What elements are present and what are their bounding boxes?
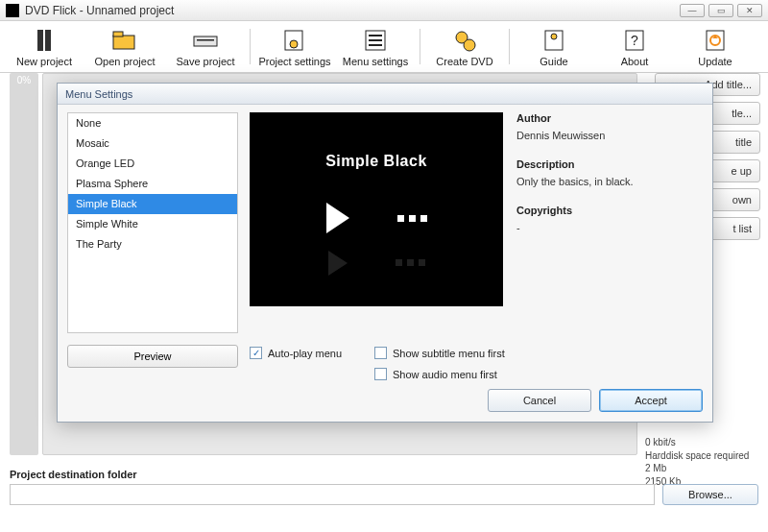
project-settings-icon (281, 27, 308, 54)
menu-template-item[interactable]: The Party (68, 234, 237, 254)
new-project-icon (31, 27, 58, 54)
folder-open-icon (111, 27, 138, 54)
toolbar-label: New project (16, 56, 72, 67)
svg-rect-10 (369, 39, 382, 41)
copyrights-heading: Copyrights (516, 205, 703, 216)
menu-settings-dialog: Menu Settings NoneMosaicOrange LEDPlasma… (57, 83, 713, 423)
side-btn-label: e up (732, 165, 752, 177)
show-audio-first-label: Show audio menu first (393, 369, 497, 380)
app-icon (6, 4, 19, 17)
about-button[interactable]: ? About (594, 23, 675, 70)
svg-point-13 (464, 39, 475, 51)
menu-template-item[interactable]: None (68, 113, 237, 133)
preview-title-text: Simple Black (325, 153, 427, 170)
toolbar-label: About (621, 56, 649, 67)
svg-rect-18 (707, 31, 724, 50)
close-button[interactable]: ✕ (737, 4, 762, 17)
accept-button[interactable]: Accept (599, 389, 703, 412)
disk-fill-meter: 0% (10, 73, 38, 455)
toolbar-label: Guide (540, 56, 567, 67)
dialog-title: Menu Settings (65, 88, 132, 100)
svg-rect-9 (369, 35, 382, 36)
cancel-label: Cancel (523, 395, 556, 406)
disk-fill-percent: 0% (17, 75, 31, 85)
save-project-button[interactable]: Save project (165, 23, 246, 70)
svg-text:?: ? (631, 33, 638, 48)
autoplay-checkbox[interactable] (250, 347, 262, 359)
browse-button[interactable]: Browse... (662, 484, 758, 505)
update-button[interactable]: Update (675, 23, 756, 70)
menu-template-item[interactable]: Simple Black (68, 194, 237, 214)
menu-settings-button[interactable]: Menu settings (335, 23, 416, 70)
disk-stats: 0 kbit/s Harddisk space required 2 Mb 21… (645, 436, 760, 488)
open-project-button[interactable]: Open project (84, 23, 165, 70)
project-settings-button[interactable]: Project settings (254, 23, 335, 70)
minimize-button[interactable]: — (680, 4, 705, 17)
destination-folder-label: Project destination folder (10, 469, 137, 480)
author-value: Dennis Meuwissen (516, 130, 703, 141)
new-project-button[interactable]: New project (4, 23, 84, 70)
cancel-button[interactable]: Cancel (488, 389, 591, 412)
description-heading: Description (516, 158, 703, 170)
copyrights-value: - (516, 222, 703, 233)
chapter-dots-icon (397, 215, 427, 222)
svg-rect-1 (45, 30, 51, 51)
browse-label: Browse... (688, 489, 732, 500)
autoplay-label: Auto-play menu (268, 348, 342, 359)
play-icon (326, 203, 349, 233)
maximize-button[interactable]: ▭ (708, 4, 733, 17)
accept-label: Accept (635, 395, 667, 406)
menu-preview: Simple Black (250, 112, 503, 306)
menu-settings-icon (362, 27, 389, 54)
create-dvd-button[interactable]: Create DVD (424, 23, 505, 70)
svg-rect-0 (37, 30, 43, 51)
about-icon: ? (621, 27, 648, 54)
side-btn-label: t list (732, 223, 752, 234)
space-required-val1: 2 Mb (645, 462, 760, 475)
svg-rect-11 (369, 44, 382, 46)
guide-button[interactable]: Guide (514, 23, 594, 70)
description-value: Only the basics, in black. (516, 176, 703, 187)
svg-rect-4 (194, 36, 217, 46)
svg-rect-2 (113, 36, 134, 49)
author-heading: Author (516, 112, 703, 124)
toolbar-label: Create DVD (436, 56, 492, 67)
show-audio-first-checkbox[interactable] (374, 368, 387, 380)
toolbar-label: Open project (95, 56, 156, 67)
menu-template-item[interactable]: Mosaic (68, 133, 237, 154)
window-title: DVD Flick - Unnamed project (25, 4, 174, 17)
svg-point-15 (551, 34, 557, 39)
destination-folder-input[interactable] (10, 484, 655, 505)
preview-button-label: Preview (133, 351, 171, 362)
svg-rect-3 (113, 32, 123, 36)
space-required-label: Harddisk space required (645, 449, 760, 463)
menu-template-item[interactable]: Orange LED (68, 154, 237, 174)
menu-template-item[interactable]: Simple White (68, 214, 237, 234)
side-btn-label: title (735, 136, 752, 148)
guide-icon (540, 27, 567, 54)
toolbar-label: Menu settings (343, 56, 408, 67)
update-icon (702, 27, 729, 54)
svg-point-7 (290, 40, 298, 48)
show-subtitle-first-label: Show subtitle menu first (393, 348, 505, 359)
titlebar: DVD Flick - Unnamed project — ▭ ✕ (0, 0, 768, 21)
dvd-gear-icon (451, 27, 478, 54)
preview-button[interactable]: Preview (67, 345, 238, 368)
dialog-titlebar: Menu Settings (58, 84, 712, 105)
menu-template-item[interactable]: Plasma Sphere (68, 174, 237, 194)
show-subtitle-first-checkbox[interactable] (374, 347, 387, 359)
svg-rect-5 (197, 39, 214, 41)
bitrate-line: 0 kbit/s (645, 436, 760, 449)
menu-template-list[interactable]: NoneMosaicOrange LEDPlasma SphereSimple … (67, 112, 238, 333)
toolbar-label: Save project (176, 56, 234, 67)
side-btn-label: own (732, 194, 752, 206)
toolbar-label: Project settings (258, 56, 330, 67)
toolbar-label: Update (698, 56, 732, 67)
save-icon (192, 27, 219, 54)
side-btn-label: tle... (732, 108, 752, 119)
template-info-panel: Author Dennis Meuwissen Description Only… (516, 112, 703, 233)
toolbar: New project Open project Save project Pr… (0, 21, 768, 73)
